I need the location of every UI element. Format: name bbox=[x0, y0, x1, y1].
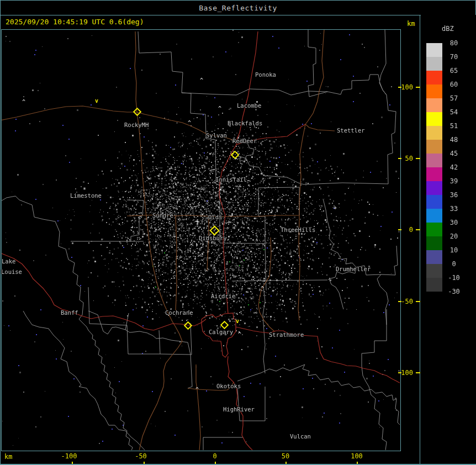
legend-value-label: -30 bbox=[443, 288, 465, 295]
map-polyline bbox=[298, 124, 305, 320]
right-axis-tick bbox=[416, 301, 420, 302]
map-polyline bbox=[182, 75, 387, 95]
legend-value-label: 80 bbox=[443, 40, 465, 46]
right-axis-border-tick bbox=[398, 158, 401, 159]
legend-color-block bbox=[426, 126, 442, 140]
bottom-axis: km -100-50050100 bbox=[0, 451, 419, 464]
map-polyline bbox=[258, 237, 274, 331]
legend-separator-line bbox=[420, 15, 420, 465]
map-polyline bbox=[202, 313, 236, 357]
map-polyline bbox=[176, 216, 177, 310]
map-polyline bbox=[88, 311, 129, 334]
legend-color-block bbox=[426, 140, 442, 154]
map-polyline bbox=[0, 253, 206, 330]
right-axis-tick bbox=[416, 158, 420, 159]
right-axis-border-tick bbox=[398, 87, 401, 88]
legend-value-label: 42 bbox=[443, 164, 465, 171]
map-polyline bbox=[203, 437, 243, 451]
map-polyline bbox=[125, 330, 191, 355]
left-frame-line bbox=[0, 15, 1, 465]
legend-color-block bbox=[426, 223, 442, 236]
map-polyline bbox=[236, 124, 305, 145]
legend-value-label: 33 bbox=[443, 205, 465, 212]
bottom-axis-label: -100 bbox=[61, 453, 77, 459]
legend-color-block bbox=[426, 43, 442, 57]
map-polyline bbox=[79, 319, 133, 451]
map-polyline bbox=[219, 31, 258, 314]
right-axis-border-tick bbox=[398, 372, 401, 373]
legend-value-label: 0 bbox=[443, 261, 465, 267]
legend-color-block bbox=[426, 209, 442, 223]
legend-value-label: 51 bbox=[443, 123, 465, 129]
boundary-lines bbox=[0, 29, 400, 451]
map-polyline bbox=[188, 382, 234, 390]
legend-value-label: 36 bbox=[443, 192, 465, 198]
legend-value-label: 57 bbox=[443, 95, 465, 102]
bottom-axis-unit-label: km bbox=[4, 453, 12, 461]
legend-value-label: 70 bbox=[443, 54, 465, 60]
legend-color-block bbox=[426, 98, 442, 112]
right-axis-tick bbox=[416, 372, 420, 373]
right-axis-border-tick bbox=[398, 229, 401, 230]
map-polyline bbox=[304, 183, 388, 184]
map-polyline bbox=[228, 356, 253, 451]
legend-color-block bbox=[426, 154, 442, 167]
map-polyline bbox=[127, 215, 299, 216]
bottom-axis-label: 100 bbox=[351, 453, 363, 459]
right-axis-border-tick bbox=[398, 301, 401, 302]
map-polyline bbox=[362, 309, 387, 451]
map-polyline bbox=[237, 156, 304, 184]
map-polyline bbox=[323, 199, 356, 309]
bottom-axis-label: -50 bbox=[135, 453, 147, 459]
map-polyline bbox=[88, 287, 160, 354]
map-polyline bbox=[188, 355, 192, 388]
legend-color-block bbox=[426, 167, 442, 181]
map-polyline bbox=[381, 246, 398, 275]
radar-application-window: Base_Reflectivity 2025/09/20 10:45:19 UT… bbox=[0, 0, 476, 465]
legend-color-block bbox=[426, 278, 442, 292]
legend-color-block bbox=[426, 236, 442, 250]
reflectivity-legend: dBZ 807065605754514845423936333020100-10… bbox=[421, 15, 476, 464]
legend-value-label: 65 bbox=[443, 67, 465, 74]
bottom-axis-label: 50 bbox=[282, 453, 289, 459]
right-axis-tick bbox=[416, 229, 420, 230]
right-axis-tick bbox=[416, 87, 420, 88]
map-polyline bbox=[237, 364, 400, 425]
legend-color-block bbox=[426, 250, 442, 264]
legend-color-block bbox=[426, 84, 442, 98]
legend-value-label: 45 bbox=[443, 150, 465, 157]
map-polyline bbox=[127, 200, 144, 241]
map-polyline bbox=[196, 364, 200, 451]
legend-color-block bbox=[426, 264, 442, 278]
bottom-axis-label: 0 bbox=[213, 453, 216, 459]
legend-value-label: 10 bbox=[443, 247, 465, 253]
legend-color-block bbox=[426, 71, 442, 84]
legend-color-block bbox=[426, 112, 442, 126]
map-polyline bbox=[0, 106, 236, 142]
legend-title: dBZ bbox=[442, 25, 454, 33]
map-polyline bbox=[308, 29, 327, 97]
legend-color-block bbox=[426, 195, 442, 209]
legend-color-block bbox=[426, 57, 442, 71]
legend-value-label: 48 bbox=[443, 136, 465, 143]
map-polyline bbox=[207, 216, 209, 271]
legend-value-label: 60 bbox=[443, 81, 465, 88]
map-polyline bbox=[138, 31, 220, 216]
legend-value-label: 54 bbox=[443, 109, 465, 115]
map-polyline bbox=[305, 124, 335, 131]
map-polyline bbox=[263, 287, 265, 373]
legend-value-label: -10 bbox=[443, 274, 465, 281]
legend-value-label: 30 bbox=[443, 219, 465, 226]
map-polyline bbox=[232, 280, 327, 281]
map-polyline bbox=[379, 29, 396, 184]
legend-value-label: 39 bbox=[443, 178, 465, 184]
map-polyline bbox=[237, 387, 265, 421]
map-polyline bbox=[23, 311, 145, 451]
legend-value-label: 20 bbox=[443, 233, 465, 240]
map-polyline bbox=[236, 327, 400, 383]
legend-color-block bbox=[426, 181, 442, 195]
